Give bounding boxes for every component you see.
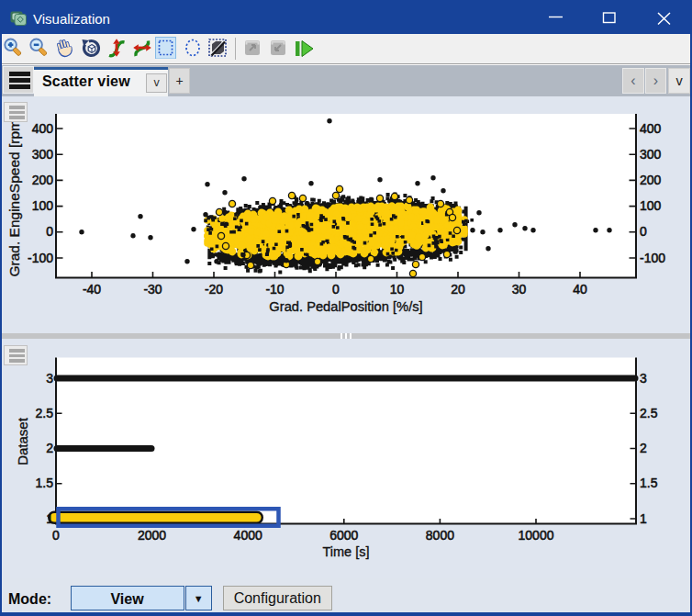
svg-text:Dataset: Dataset — [15, 417, 30, 465]
svg-text:1: 1 — [46, 511, 53, 526]
svg-text:20: 20 — [451, 282, 465, 297]
svg-text:8000: 8000 — [426, 528, 454, 543]
svg-text:200: 200 — [640, 173, 662, 187]
svg-text:Time [s]: Time [s] — [322, 544, 369, 559]
svg-text:100: 100 — [32, 198, 54, 213]
svg-text:2.5: 2.5 — [640, 406, 658, 420]
svg-text:1: 1 — [640, 511, 647, 526]
svg-text:0: 0 — [332, 282, 340, 297]
svg-text:-10: -10 — [265, 282, 284, 297]
svg-text:1.5: 1.5 — [640, 476, 658, 490]
svg-text:1.5: 1.5 — [36, 476, 54, 490]
svg-text:2.5: 2.5 — [36, 406, 54, 420]
svg-text:0: 0 — [640, 224, 647, 239]
svg-text:40: 40 — [573, 282, 587, 297]
svg-text:2000: 2000 — [138, 528, 166, 543]
svg-text:2: 2 — [640, 441, 647, 455]
svg-text:6000: 6000 — [329, 528, 358, 543]
svg-text:-100: -100 — [640, 251, 665, 265]
svg-text:-40: -40 — [83, 282, 101, 297]
svg-text:400: 400 — [32, 121, 54, 136]
svg-text:10000: 10000 — [519, 528, 554, 543]
svg-text:3: 3 — [46, 371, 53, 386]
svg-text:0: 0 — [46, 224, 53, 239]
svg-text:300: 300 — [32, 147, 54, 162]
svg-text:-20: -20 — [205, 282, 223, 297]
svg-text:400: 400 — [640, 121, 662, 136]
svg-text:30: 30 — [512, 282, 527, 297]
svg-text:Grad. EngineSpeed [rpm/s]: Grad. EngineSpeed [rpm/s] — [6, 105, 22, 277]
svg-text:300: 300 — [640, 147, 662, 162]
svg-text:Grad. PedalPosition [%/s]: Grad. PedalPosition [%/s] — [269, 299, 422, 314]
svg-text:200: 200 — [32, 173, 54, 187]
svg-text:100: 100 — [640, 198, 662, 213]
svg-text:0: 0 — [52, 528, 60, 543]
svg-text:2: 2 — [46, 441, 53, 455]
svg-text:4000: 4000 — [234, 528, 262, 543]
svg-text:10: 10 — [390, 282, 405, 297]
svg-text:-30: -30 — [143, 282, 162, 297]
svg-text:3: 3 — [640, 371, 647, 386]
svg-text:-100: -100 — [28, 251, 53, 265]
